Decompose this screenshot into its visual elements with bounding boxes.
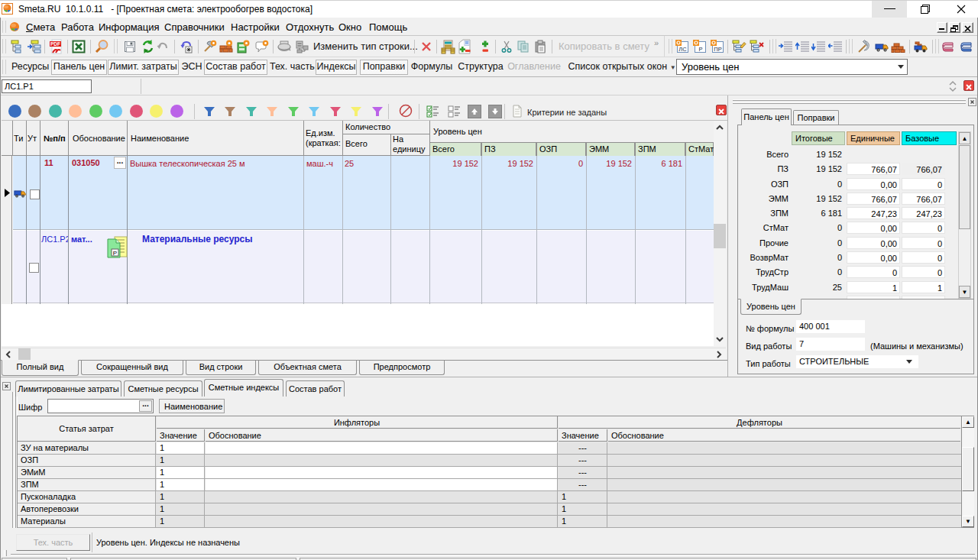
svg-text:ПР: ПР	[714, 46, 721, 53]
svg-text:P: P	[113, 250, 117, 257]
svg-text:Р: Р	[698, 46, 702, 53]
svg-text:ЛС: ЛС	[678, 46, 687, 53]
svg-text:PDF: PDF	[50, 41, 60, 47]
